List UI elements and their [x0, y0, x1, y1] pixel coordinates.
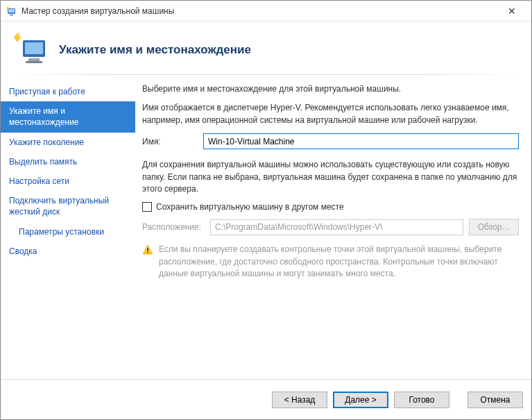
store-elsewhere-row: Сохранить виртуальную машину в другом ме…	[142, 202, 519, 212]
main-panel: Выберите имя и местонахождение для этой …	[135, 75, 531, 379]
finish-button[interactable]: Готово	[394, 392, 449, 408]
close-button[interactable]: ✕	[498, 1, 526, 21]
wizard-header: Укажите имя и местонахождение	[1, 22, 531, 73]
window-title: Мастер создания виртуальной машины	[22, 6, 498, 16]
name-label: Имя:	[142, 137, 196, 146]
store-elsewhere-label: Сохранить виртуальную машину в другом ме…	[156, 202, 344, 212]
svg-rect-1	[8, 9, 15, 12]
browse-button: Обзор…	[469, 219, 519, 235]
wizard-body: Приступая к работе Укажите имя и местона…	[1, 75, 531, 379]
sidebar-item-install-options[interactable]: Параметры установки	[1, 222, 135, 242]
svg-rect-11	[147, 248, 148, 251]
svg-rect-9	[26, 61, 42, 63]
sidebar-item-generation[interactable]: Укажите поколение	[1, 133, 135, 152]
name-input[interactable]	[203, 133, 519, 149]
titlebar: Мастер создания виртуальной машины ✕	[1, 1, 531, 22]
warning-block: Если вы планируете создавать контрольные…	[142, 244, 519, 280]
sidebar-item-vhd[interactable]: Подключить виртуальный жесткий диск	[1, 191, 135, 221]
name-row: Имя:	[142, 133, 519, 149]
intro-text-2: Имя отображается в диспетчере Hyper-V. Р…	[142, 102, 519, 126]
warning-text: Если вы планируете создавать контрольные…	[159, 244, 519, 280]
svg-rect-12	[147, 252, 148, 253]
store-elsewhere-checkbox[interactable]	[142, 202, 152, 212]
svg-marker-4	[14, 33, 21, 42]
svg-rect-7	[25, 42, 43, 54]
sidebar-item-network[interactable]: Настройка сети	[1, 171, 135, 191]
sidebar-item-start[interactable]: Приступая к работе	[1, 82, 135, 101]
folder-text: Для сохранения виртуальной машины можно …	[142, 159, 519, 195]
wizard-icon	[6, 6, 17, 17]
cancel-button[interactable]: Отмена	[467, 392, 523, 408]
back-button[interactable]: < Назад	[272, 392, 327, 408]
next-button[interactable]: Далее >	[333, 392, 388, 408]
location-input	[210, 219, 463, 235]
warning-icon	[142, 244, 153, 255]
location-row: Расположение: Обзор…	[142, 219, 519, 235]
wizard-footer: < Назад Далее > Готово Отмена	[1, 379, 531, 419]
svg-rect-8	[28, 58, 40, 61]
wizard-header-icon	[13, 32, 49, 68]
sidebar-item-summary[interactable]: Сводка	[1, 242, 135, 261]
sidebar-item-name-location[interactable]: Укажите имя и местонахождение	[1, 101, 135, 132]
svg-rect-2	[10, 15, 13, 16]
intro-text-1: Выберите имя и местонахождение для этой …	[142, 83, 519, 95]
location-label: Расположение:	[142, 222, 205, 232]
sidebar: Приступая к работе Укажите имя и местона…	[1, 75, 135, 379]
page-title: Укажите имя и местонахождение	[59, 43, 251, 57]
sidebar-item-memory[interactable]: Выделить память	[1, 152, 135, 171]
